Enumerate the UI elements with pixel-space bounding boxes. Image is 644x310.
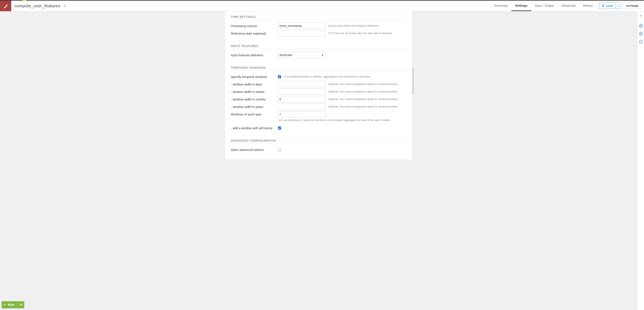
select-value: Automatic xyxy=(280,53,292,57)
checkbox-specify-windows[interactable] xyxy=(278,75,281,78)
section-title-time: TIME SETTINGS xyxy=(231,13,406,20)
label-window-months: - window width in months xyxy=(231,98,278,101)
content-scroll[interactable]: TIME SETTINGS Timestamp column Column th… xyxy=(0,11,637,310)
right-rail: ＋ i xyxy=(637,11,644,310)
input-reference-date[interactable] xyxy=(278,30,326,36)
svg-rect-1 xyxy=(603,4,604,5)
actions-button[interactable]: ACTIONS xyxy=(623,3,642,9)
label-window-weeks: - window width in weeks xyxy=(231,90,278,94)
section-title-temporal: TEMPORAL WINDOWS xyxy=(231,64,406,71)
label-input-features-def: Input features definition xyxy=(231,53,278,57)
tab-input-output[interactable]: Input / Output xyxy=(531,1,558,11)
caret-down-icon: ▾ xyxy=(618,4,619,7)
page-header: compute_user_features Summary Settings I… xyxy=(0,1,644,11)
input-window-days[interactable] xyxy=(278,81,326,87)
svg-rect-2 xyxy=(603,6,604,6)
section-title-advanced: ADVANCED CONFIGURATION xyxy=(231,137,406,144)
run-bar: RUN xyxy=(2,301,24,308)
page-title: compute_user_features xyxy=(11,1,70,11)
help-window-months: Optional. Use comma-separated values for… xyxy=(328,98,406,101)
checkbox-add-all-history[interactable] xyxy=(278,127,281,130)
recipe-wand-icon[interactable] xyxy=(0,1,11,11)
input-timestamp-column[interactable] xyxy=(278,23,326,29)
recipe-name: compute_user_features xyxy=(14,3,60,8)
tab-summary[interactable]: Summary xyxy=(490,1,511,11)
section-advanced-config: ADVANCED CONFIGURATION Open advanced opt… xyxy=(225,137,412,153)
header-actions: SAVE ▾ ACTIONS xyxy=(596,1,644,11)
add-icon[interactable]: ＋ xyxy=(639,24,643,28)
input-windows-each-type[interactable] xyxy=(278,111,326,117)
help-specify-windows: If no temporal window is defined, aggreg… xyxy=(284,75,406,78)
gear-icon xyxy=(20,303,22,307)
collapse-rail-icon[interactable] xyxy=(639,13,642,21)
save-icon xyxy=(602,4,604,8)
label-reference-date: Reference date (optional) xyxy=(231,32,278,35)
svg-point-0 xyxy=(64,5,66,7)
play-icon xyxy=(4,303,6,307)
help-windows-each-type: Ex: use windows of 1 week and set this t… xyxy=(278,118,406,122)
header-tabs: Summary Settings Input / Output Advanced… xyxy=(490,1,596,11)
caret-down-icon: ▼ xyxy=(321,54,324,56)
run-button[interactable]: RUN xyxy=(2,301,17,308)
section-title-input-features: INPUT FEATURES xyxy=(231,42,406,49)
select-input-features-def[interactable]: Automatic ▼ xyxy=(278,52,326,58)
tab-settings[interactable]: Settings xyxy=(512,1,531,11)
tab-history[interactable]: History xyxy=(579,1,596,11)
help-window-days: Optional. Use comma-separated values for… xyxy=(328,83,406,86)
checkbox-open-advanced[interactable] xyxy=(278,148,281,151)
input-window-months[interactable] xyxy=(278,96,326,102)
help-window-years: Optional. Use comma-separated values for… xyxy=(328,105,406,108)
save-label: SAVE xyxy=(606,4,613,7)
info-icon[interactable]: i xyxy=(639,32,643,36)
label-timestamp-column: Timestamp column xyxy=(231,24,278,28)
help-reference-date: YYYY-mm-dd. All events after this date w… xyxy=(328,32,406,35)
help-timestamp: Column that defines the temporal dimensi… xyxy=(328,24,406,27)
label-specify-windows: Specify temporal windows xyxy=(231,75,278,79)
tab-advanced[interactable]: Advanced xyxy=(558,1,579,11)
label-add-all-history: - add a window with all history xyxy=(231,126,278,130)
input-window-weeks[interactable] xyxy=(278,89,326,95)
save-button[interactable]: SAVE xyxy=(599,3,616,9)
save-dropdown-button[interactable]: ▾ xyxy=(616,3,621,9)
section-time-settings: TIME SETTINGS Timestamp column Column th… xyxy=(225,13,412,37)
label-open-advanced: Open advanced options xyxy=(231,148,278,152)
settings-panel: TIME SETTINGS Timestamp column Column th… xyxy=(225,11,412,160)
refresh-icon[interactable] xyxy=(63,4,66,7)
help-window-weeks: Optional. Use comma-separated values for… xyxy=(328,90,406,93)
run-label: RUN xyxy=(8,303,14,307)
run-options-button[interactable] xyxy=(17,301,24,308)
panel-scrollbar[interactable] xyxy=(412,67,414,95)
section-temporal-windows: TEMPORAL WINDOWS Specify temporal window… xyxy=(225,64,412,132)
section-input-features: INPUT FEATURES Input features definition… xyxy=(225,42,412,59)
chat-icon[interactable] xyxy=(639,40,643,44)
label-windows-each-type: Windows of each type xyxy=(231,113,278,116)
label-window-days: - window width in days xyxy=(231,83,278,86)
input-window-years[interactable] xyxy=(278,104,326,110)
label-window-years: - window width in years xyxy=(231,105,278,109)
top-stripe xyxy=(0,0,644,1)
